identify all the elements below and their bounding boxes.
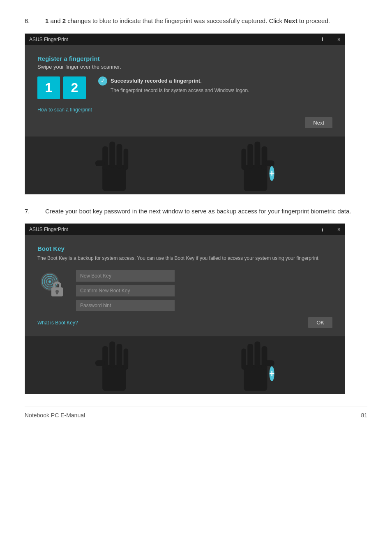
- fp-footer: Next: [37, 117, 332, 128]
- asus-window-1: ASUS FingerPrint i — × Register a finger…: [25, 33, 345, 194]
- svg-rect-31: [265, 361, 274, 366]
- svg-rect-21: [102, 346, 108, 370]
- footer-page-number: 81: [361, 412, 367, 419]
- svg-rect-29: [248, 344, 254, 368]
- confirm-boot-key-input[interactable]: [76, 285, 175, 296]
- svg-point-16: [48, 280, 51, 283]
- svg-rect-3: [117, 144, 122, 169]
- titlebar-controls-2: i — ×: [322, 227, 341, 233]
- how-to-scan-link[interactable]: How to scan a fingerprint: [37, 107, 92, 113]
- window2-title: ASUS FingerPrint: [29, 227, 68, 232]
- info-icon-2[interactable]: i: [322, 227, 323, 233]
- checkmark-icon: ✓: [98, 76, 107, 86]
- info-icon-1[interactable]: i: [322, 36, 323, 42]
- step-7-section: 7. Create your boot key password in the …: [25, 207, 367, 395]
- svg-rect-2: [109, 141, 115, 167]
- fp-success-row: ✓ Successfully recorded a fingerprint.: [98, 76, 249, 86]
- fp-num-1: 1: [37, 76, 60, 99]
- titlebar-controls-1: i — ×: [322, 36, 341, 42]
- svg-rect-10: [242, 148, 246, 170]
- fp-subtitle: Swipe your finger over the scanner.: [37, 64, 332, 70]
- window2-content: Boot Key The Boot Key is a backup for sy…: [25, 235, 345, 336]
- minimize-button-1[interactable]: —: [327, 37, 333, 42]
- hands-wrapper-1: +: [95, 137, 274, 193]
- step-6-section: 6. 1 and 2 changes to blue to indicate t…: [25, 16, 367, 194]
- hands-section-1: +: [25, 137, 345, 194]
- step-7-number: 7.: [25, 208, 37, 216]
- svg-rect-4: [124, 148, 128, 170]
- fp-success-title: Successfully recorded a fingerprint.: [111, 78, 202, 84]
- svg-rect-22: [109, 342, 115, 368]
- fp-link-row: How to scan a fingerprint: [37, 106, 332, 113]
- svg-rect-28: [255, 342, 261, 368]
- step-6-text-before: 1 and 2 changes to blue to indicate that…: [45, 17, 330, 24]
- fp-numbers: 1 2: [37, 76, 86, 99]
- svg-rect-27: [262, 346, 267, 370]
- plus-circle-icon-2: +: [269, 366, 274, 381]
- left-hand-icon-2: [95, 337, 133, 393]
- asus-window-2: ASUS FingerPrint i — × Boot Key The Boot…: [25, 223, 345, 394]
- svg-rect-9: [248, 144, 254, 169]
- step-6-number: 6.: [25, 17, 37, 26]
- fp-num-2: 2: [63, 76, 86, 99]
- new-boot-key-input[interactable]: [76, 270, 175, 282]
- svg-rect-5: [95, 160, 105, 166]
- step-6-row: 6. 1 and 2 changes to blue to indicate t…: [25, 16, 367, 26]
- fp-title: Register a fingerprint: [37, 55, 332, 62]
- password-hint-input[interactable]: [76, 300, 175, 311]
- next-button[interactable]: Next: [305, 117, 332, 128]
- bk-forms: [76, 270, 332, 311]
- minimize-button-2[interactable]: —: [327, 227, 333, 232]
- svg-rect-8: [255, 141, 261, 167]
- svg-rect-7: [262, 146, 267, 170]
- step-7-row: 7. Create your boot key password in the …: [25, 207, 367, 216]
- svg-rect-23: [117, 344, 122, 368]
- svg-rect-1: [102, 146, 108, 170]
- bk-body: [37, 270, 332, 311]
- footer-manual-title: Notebook PC E-Manual: [25, 412, 85, 419]
- what-is-boot-key-link[interactable]: What is Boot Key?: [37, 320, 78, 326]
- left-hand-icon: [95, 137, 133, 193]
- svg-rect-30: [242, 349, 246, 370]
- hands-section-2: +: [25, 336, 345, 394]
- right-hand-icon-2: [237, 337, 274, 393]
- fp-success: ✓ Successfully recorded a fingerprint. T…: [98, 76, 249, 94]
- fp-body: 1 2 ✓ Successfully recorded a fingerprin…: [37, 76, 332, 99]
- lock-icon: [37, 270, 66, 299]
- boot-key-title: Boot Key: [37, 245, 332, 252]
- boot-key-desc: The Boot Key is a backup for system acce…: [37, 255, 332, 262]
- asus-titlebar-2: ASUS FingerPrint i — ×: [25, 224, 345, 235]
- plus-circle-icon: +: [269, 166, 274, 181]
- ok-button[interactable]: OK: [308, 317, 332, 328]
- close-button-2[interactable]: ×: [337, 227, 341, 232]
- svg-rect-25: [95, 361, 105, 366]
- bk-bottom-row: What is Boot Key? OK: [37, 317, 332, 328]
- hands-wrapper-2: +: [95, 337, 274, 393]
- asus-titlebar-1: ASUS FingerPrint i — ×: [25, 34, 345, 45]
- step-6-text: 1 and 2 changes to blue to indicate that…: [45, 16, 330, 26]
- step-7-text: Create your boot key password in the nex…: [45, 207, 351, 216]
- window1-content: Register a fingerprint Swipe your finger…: [25, 45, 345, 137]
- window1-title: ASUS FingerPrint: [29, 37, 68, 42]
- svg-rect-19: [56, 292, 58, 294]
- fp-success-desc: The fingerprint record is for system acc…: [111, 87, 249, 94]
- close-button-1[interactable]: ×: [337, 37, 341, 42]
- page-footer: Notebook PC E-Manual 81: [25, 407, 367, 419]
- svg-rect-24: [124, 349, 128, 370]
- right-hand-icon: [237, 137, 274, 193]
- fp-header: Register a fingerprint Swipe your finger…: [37, 55, 332, 70]
- svg-rect-11: [265, 160, 274, 166]
